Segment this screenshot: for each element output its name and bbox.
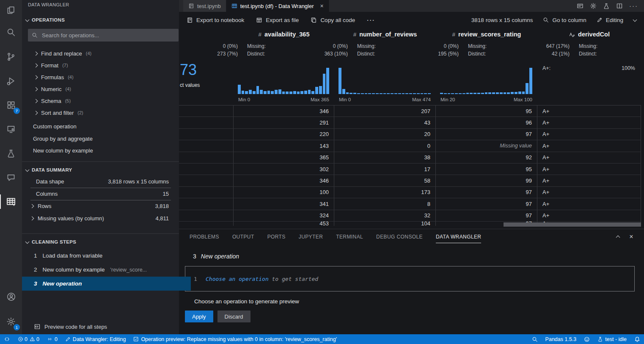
op-group-formulas[interactable]: Formulas (4) [22,71,191,83]
chevron-right-icon [34,63,38,67]
op-group-numeric[interactable]: Numeric (4) [22,83,191,95]
column-header-number-of-reviews[interactable]: # number_of_reviews [334,28,436,41]
table-row[interactable]: 2202097A+ [179,129,641,140]
search-icon[interactable] [0,22,22,42]
explorer-icon[interactable] [0,0,22,20]
table-row[interactable]: 3243297A+ [179,210,641,222]
histogram-availability-365: Min 0 Max 365 [234,59,334,104]
column-header-availability-365[interactable]: # availability_365 [234,28,334,41]
export-as-file-button[interactable]: Export as file [256,17,299,23]
horizontal-scrollbar[interactable] [179,222,641,227]
pandas-version-status[interactable]: Pandas 1.5.3 [542,334,581,344]
cleaning-step-2[interactable]: 2 New column by example 'review_score... [22,263,191,277]
kernel-status[interactable]: test - idle [594,334,630,344]
operations-section-header[interactable]: OPERATIONS [26,15,65,25]
op-group-find-and-replace[interactable]: Find and replace (4) [22,47,191,59]
table-row[interactable]: 3465899A+ [179,175,641,186]
data-wrangler-toolbar: Export to notebook Export as file Copy a… [179,12,644,28]
run-debug-icon[interactable] [0,71,22,91]
column-header-derivedcol[interactable]: derivedCol [537,28,641,41]
more-actions-icon[interactable]: ··· [629,4,638,8]
operations-search-input[interactable] [41,32,175,39]
toolbar-more-icon[interactable]: ··· [367,17,375,23]
settings-gear-icon[interactable]: 1 [0,311,22,332]
grid-column-stats: 0 (0%) 273 (7%) Missing:0 (0%) Distinct:… [179,42,644,58]
grid-column-headers: # availability_365 # number_of_reviews #… [179,28,641,41]
op-group-format[interactable]: Format (7) [22,59,191,71]
summary-rows-expandable[interactable]: Rows 3,818 [30,200,171,212]
cleaning-step-1[interactable]: 1 Load data from variable [22,249,191,263]
table-row[interactable]: 341897A+ [179,198,641,210]
go-to-column-button[interactable]: Go to column [543,17,586,23]
chevron-up-icon[interactable] [616,235,620,239]
tab-jupyter[interactable]: JUPYTER [299,230,323,243]
data-summary-section-header[interactable]: DATA SUMMARY [26,165,72,175]
tab-data-wrangler[interactable]: test.ipynb (df) - Data Wrangler × [226,0,329,12]
tab-ports[interactable]: PORTS [267,230,286,243]
copy-all-code-button[interactable]: Copy all code [311,17,355,23]
preview-code-all-steps[interactable]: Preview code for all steps [34,321,107,332]
op-group-by-aggregate[interactable]: Group by and aggregate [22,133,190,144]
close-icon[interactable]: × [320,3,324,9]
ports-status[interactable]: 0 [43,334,61,344]
feedback-smiley[interactable] [580,334,594,344]
editor-tab-bar: test.ipynb test.ipynb (df) - Data Wrangl… [179,0,644,12]
stats-derivedcol: Missing:0 (0%) Distinct:1 (<1%) [575,42,644,58]
apply-button[interactable]: Apply [185,311,213,322]
layout-icon[interactable] [577,3,583,9]
tab-problems[interactable]: PROBLEMS [190,230,219,243]
operation-preview-status[interactable]: Operation preview: Replace missing value… [129,334,341,344]
activity-bar: 7 1 [0,0,22,334]
table-row[interactable]: 34620795A+ [179,105,641,117]
zoom-status[interactable] [528,334,542,344]
summary-missing-values-expandable[interactable]: Missing values (by column) 4,811 [30,212,171,225]
cleaning-steps-section-header[interactable]: CLEANING STEPS [26,237,76,247]
source-control-icon[interactable] [0,47,22,67]
table-row[interactable]: 1430Missing valueA+ [179,140,641,152]
scrollbar-thumb[interactable] [504,222,641,227]
bell-icon [634,336,640,342]
cleaning-step-3-active[interactable]: 3 New operation [22,277,191,291]
table-row[interactable]: 2914396A+ [179,117,641,128]
data-wrangler-icon[interactable] [0,191,22,212]
gear-icon[interactable] [590,3,597,9]
stats-availability-365: Missing:0 (0%) Distinct:363 (10%) [243,42,353,58]
discard-button[interactable]: Discard [217,311,250,322]
problems-status[interactable]: 0 0 [14,334,43,344]
table-row[interactable]: 3021795A+ [179,164,641,175]
beaker-icon[interactable] [603,3,610,9]
op-new-column-by-example[interactable]: New column by example [22,144,190,156]
numeric-type-icon: # [353,31,357,38]
op-group-schema[interactable]: Schema (5) [22,95,191,107]
op-custom-operation[interactable]: Custom operation [22,120,190,132]
tab-data-wrangler-panel[interactable]: DATA WRANGLER [436,230,481,243]
close-icon[interactable]: × [629,233,633,240]
remote-indicator[interactable] [0,334,14,344]
summary-columns: Columns 15 [30,188,171,200]
data-wrangler-status[interactable]: Data Wrangler: Editing [61,334,130,344]
table-row[interactable]: 10017397A+ [179,187,641,198]
remote-explorer-icon[interactable] [0,119,22,139]
tab-test-ipynb[interactable]: test.ipynb [183,0,226,12]
editing-mode-button[interactable]: Editing [597,17,623,23]
data-wrangler-sidebar: DATA WRANGLER OPERATIONS Find and replac… [22,0,179,334]
extensions-badge: 7 [14,108,20,114]
extensions-icon[interactable]: 7 [0,95,22,115]
error-icon [18,336,23,342]
tab-terminal[interactable]: TERMINAL [336,230,363,243]
chevron-down-icon[interactable] [633,17,637,22]
notifications-bell[interactable] [630,334,644,344]
op-group-sort-and-filter[interactable]: Sort and filter (2) [22,107,191,119]
comments-icon[interactable] [0,167,22,188]
check-square-icon [133,336,139,342]
split-editor-icon[interactable] [616,3,623,9]
table-row[interactable]: 3653892A+ [179,152,641,164]
tab-debug-console[interactable]: DEBUG CONSOLE [376,230,423,243]
column-header-review-scores-rating[interactable]: # review_scores_rating [436,28,537,41]
code-preview-box[interactable]: 1 Choose an operation to get started [185,266,635,291]
export-to-notebook-button[interactable]: Export to notebook [187,17,244,23]
tab-output[interactable]: OUTPUT [232,230,254,243]
testing-icon[interactable] [0,143,22,164]
bottom-panel: PROBLEMS OUTPUT PORTS JUPYTER TERMINAL D… [179,229,644,334]
accounts-icon[interactable] [0,286,22,307]
